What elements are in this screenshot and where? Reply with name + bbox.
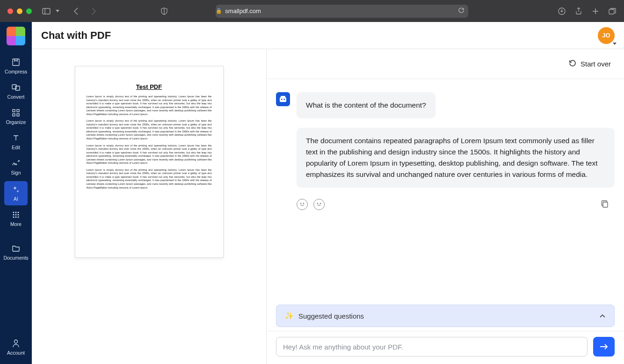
sidebar-label: More: [10, 221, 22, 227]
svg-point-28: [317, 203, 318, 204]
traffic-lights: [7, 8, 32, 14]
convert-icon: [11, 83, 21, 92]
svg-rect-25: [281, 96, 285, 97]
close-window-icon[interactable]: [7, 8, 13, 14]
sidebar-item-convert[interactable]: Convert: [0, 79, 32, 104]
svg-rect-22: [280, 97, 286, 102]
svg-point-18: [13, 217, 15, 218]
sidebar-toggle-icon[interactable]: [42, 7, 51, 15]
minimize-window-icon[interactable]: [17, 8, 22, 14]
url-text: smallpdf.com: [225, 7, 261, 15]
browser-chrome: 🔒 smallpdf.com: [0, 0, 624, 22]
page-header: Chat with PDF JO: [32, 22, 624, 49]
chat-input-row: [267, 331, 624, 364]
account-icon: [11, 339, 21, 348]
ai-sparkle-icon: [11, 185, 21, 194]
svg-point-17: [18, 214, 19, 216]
chat-input[interactable]: [276, 337, 588, 357]
restart-icon: [568, 59, 577, 69]
svg-rect-6: [12, 85, 16, 89]
tabs-overview-icon[interactable]: [608, 7, 617, 15]
svg-rect-8: [13, 109, 15, 112]
svg-point-16: [15, 214, 17, 216]
sidebar-label: Compress: [5, 69, 27, 74]
dropdown-chevron-icon[interactable]: [55, 7, 60, 15]
sign-icon: [11, 159, 21, 168]
user-message-bubble: What is the content of the document?: [297, 92, 435, 118]
ai-message-row: The document contains repeated paragraph…: [276, 128, 615, 188]
svg-rect-11: [17, 114, 19, 116]
ai-message-text: The document contains repeated paragraph…: [306, 137, 598, 178]
back-button[interactable]: [71, 7, 80, 16]
app-sidebar: Compress Convert Organize Edit Sign: [0, 22, 32, 364]
new-tab-icon[interactable]: [591, 7, 600, 15]
pdf-paragraph: Lorem Ipsum is simply dummy text of the …: [87, 168, 212, 189]
svg-point-15: [13, 214, 15, 216]
ai-message-bubble: The document contains repeated paragraph…: [297, 128, 615, 188]
svg-point-20: [18, 217, 19, 218]
address-bar[interactable]: 🔒 smallpdf.com: [216, 5, 468, 18]
page-title: Chat with PDF: [41, 29, 111, 42]
edit-icon: [11, 133, 21, 143]
sidebar-label: Sign: [11, 170, 21, 175]
more-grid-icon: [11, 210, 21, 219]
user-message-row: What is the content of the document?: [276, 92, 615, 118]
svg-point-13: [15, 212, 17, 213]
svg-point-29: [320, 203, 321, 204]
feedback-row: [276, 197, 615, 210]
suggested-questions-toggle[interactable]: ✨ Suggested questions: [276, 305, 615, 327]
pdf-paragraph: Lorem Ipsum is simply dummy text of the …: [87, 119, 212, 140]
sidebar-item-account[interactable]: Account: [0, 335, 32, 360]
app-logo[interactable]: [7, 27, 25, 45]
chat-pane: Start over What is the content of the do…: [267, 49, 624, 364]
svg-point-26: [300, 203, 301, 204]
chat-messages: What is the content of the document? The…: [267, 79, 624, 305]
svg-rect-24: [284, 99, 285, 100]
user-avatar[interactable]: JO: [598, 27, 615, 44]
sidebar-label: Documents: [3, 255, 28, 261]
sidebar-item-documents[interactable]: Documents: [0, 240, 32, 265]
svg-point-14: [18, 212, 19, 213]
folder-icon: [11, 244, 21, 253]
svg-rect-0: [43, 8, 50, 14]
forward-button[interactable]: [89, 7, 98, 16]
svg-point-12: [13, 212, 15, 213]
downloads-icon[interactable]: [558, 7, 566, 15]
pdf-paragraph: Lorem Ipsum is simply dummy text of the …: [87, 95, 212, 116]
sidebar-item-sign[interactable]: Sign: [0, 155, 32, 180]
sidebar-label: Convert: [7, 94, 25, 100]
shield-icon[interactable]: [160, 7, 168, 15]
thumbs-down-face-icon[interactable]: [313, 199, 325, 210]
avatar-initials: JO: [602, 32, 610, 39]
start-over-label: Start over: [580, 60, 611, 68]
pdf-paragraph: Lorem Ipsum is simply dummy text of the …: [87, 144, 212, 165]
ai-avatar-icon: [276, 128, 290, 142]
copy-icon[interactable]: [601, 200, 610, 209]
sidebar-label: Edit: [12, 145, 20, 150]
sidebar-item-compress[interactable]: Compress: [0, 54, 32, 79]
pdf-preview-pane: Test PDF Lorem Ipsum is simply dummy tex…: [32, 49, 267, 364]
svg-rect-10: [13, 114, 15, 116]
pdf-title: Test PDF: [87, 83, 212, 90]
pdf-page[interactable]: Test PDF Lorem Ipsum is simply dummy tex…: [75, 66, 224, 258]
svg-rect-30: [603, 202, 608, 207]
lock-icon: 🔒: [216, 8, 222, 14]
svg-point-27: [303, 203, 304, 204]
svg-rect-7: [15, 86, 20, 90]
sidebar-item-ai[interactable]: AI: [4, 181, 28, 205]
svg-rect-23: [281, 99, 283, 100]
reload-icon[interactable]: [458, 7, 468, 15]
svg-point-19: [15, 217, 17, 218]
send-button[interactable]: [593, 337, 615, 357]
organize-icon: [11, 108, 21, 117]
sidebar-item-organize[interactable]: Organize: [0, 104, 32, 130]
share-icon[interactable]: [574, 7, 583, 15]
sidebar-item-more[interactable]: More: [0, 206, 32, 232]
svg-rect-9: [17, 109, 19, 112]
sidebar-item-edit[interactable]: Edit: [0, 130, 32, 155]
chevron-up-icon: [599, 312, 606, 320]
maximize-window-icon[interactable]: [26, 8, 32, 14]
start-over-button[interactable]: Start over: [568, 59, 611, 69]
thumbs-up-face-icon[interactable]: [297, 199, 308, 210]
svg-rect-4: [609, 9, 614, 14]
